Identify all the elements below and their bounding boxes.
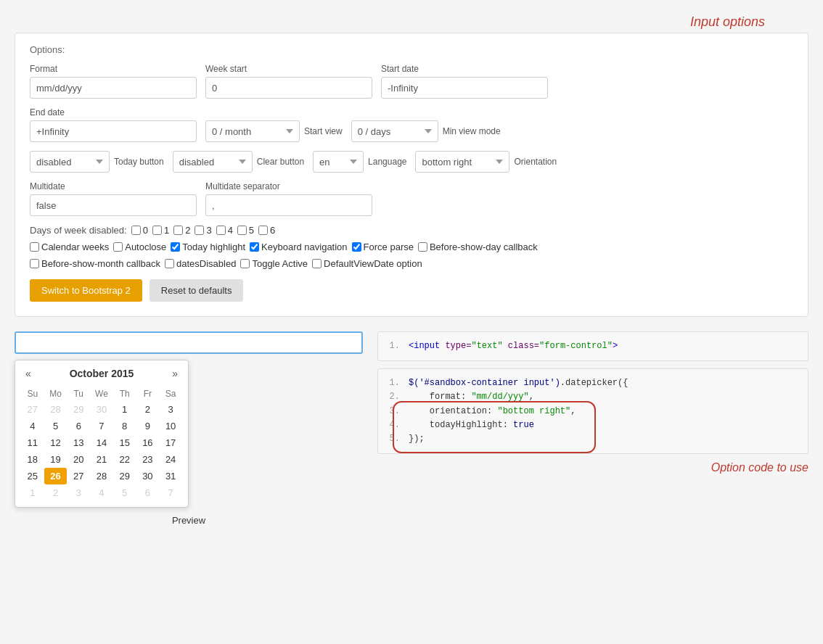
calendar-day[interactable]: 30 <box>136 468 160 484</box>
calendar-day[interactable]: 22 <box>113 451 136 468</box>
day-4-checkbox[interactable] <box>216 226 226 235</box>
calendar-day[interactable]: 10 <box>159 418 182 434</box>
today-highlight-group: Today highlight <box>171 242 245 252</box>
multidate-input[interactable] <box>30 194 197 216</box>
language-select[interactable]: en fr de es <box>313 151 364 173</box>
calendar-day[interactable]: 16 <box>136 434 160 451</box>
day-2-group: 2 <box>173 225 190 236</box>
end-date-label: End date <box>30 107 197 117</box>
calendar-day[interactable]: 17 <box>159 434 182 451</box>
calendar-day[interactable]: 25 <box>21 468 44 484</box>
force-parse-checkbox[interactable] <box>352 242 361 252</box>
clear-button-select[interactable]: disabled enabled <box>173 151 253 173</box>
toggle-active-group: Toggle Active <box>240 258 308 269</box>
calendar-day[interactable]: 7 <box>90 418 113 434</box>
preview-input[interactable] <box>15 331 363 354</box>
calendar-day[interactable]: 29 <box>67 401 90 418</box>
week-start-input[interactable] <box>205 77 372 99</box>
today-highlight-checkbox[interactable] <box>171 242 180 252</box>
calendar-day[interactable]: 15 <box>113 434 136 451</box>
toggle-active-checkbox[interactable] <box>240 259 250 268</box>
calendar-day[interactable]: 21 <box>90 451 113 468</box>
calendar-day[interactable]: 4 <box>21 418 44 434</box>
prev-month-button[interactable]: « <box>21 366 36 381</box>
min-view-mode-label: Min view mode <box>443 126 501 136</box>
calendar-day[interactable]: 1 <box>21 484 44 501</box>
day-4-label: 4 <box>228 225 233 236</box>
calendar-day[interactable]: 7 <box>159 484 182 501</box>
min-view-mode-select[interactable]: 0 / days 1 / months 2 / years <box>351 120 438 142</box>
html-code-block: 1. <input type="text" class="form-contro… <box>377 331 808 361</box>
calendar-day[interactable]: 28 <box>44 401 67 418</box>
calendar-day[interactable]: 31 <box>159 468 182 484</box>
before-show-day-checkbox[interactable] <box>418 242 427 252</box>
dates-disabled-checkbox[interactable] <box>165 259 174 268</box>
calendar-day[interactable]: 6 <box>67 418 90 434</box>
calendar-day[interactable]: 30 <box>90 401 113 418</box>
calendar-day[interactable]: 27 <box>21 401 44 418</box>
calendar-day[interactable]: 24 <box>159 451 182 468</box>
js-line-3: 3. orientation: "bottom right", <box>388 405 798 418</box>
calendar-day[interactable]: 14 <box>90 434 113 451</box>
multidate-separator-input[interactable] <box>205 194 372 216</box>
calendar-day[interactable]: 28 <box>90 468 113 484</box>
weekday-th: Th <box>113 387 136 401</box>
calendar-day[interactable]: 20 <box>67 451 90 468</box>
before-show-month-label: Before-show-month callback <box>41 258 160 269</box>
calendar-day[interactable]: 5 <box>113 484 136 501</box>
format-input[interactable] <box>30 77 197 99</box>
calendar-day[interactable]: 3 <box>67 484 90 501</box>
datepicker-calendar: « October 2015 » Su Mo Tu We Th Fr Sa <box>15 360 189 508</box>
bootstrap2-button[interactable]: Switch to Bootstrap 2 <box>30 279 142 302</box>
day-1-label: 1 <box>164 225 169 236</box>
bottom-section: « October 2015 » Su Mo Tu We Th Fr Sa <box>15 331 808 526</box>
day-0-checkbox[interactable] <box>131 226 141 235</box>
keyboard-nav-checkbox[interactable] <box>250 242 259 252</box>
js-line-1: 1. $('#sandbox-container input').datepic… <box>388 376 798 390</box>
day-5-checkbox[interactable] <box>237 226 247 235</box>
js-line-2: 2. format: "mm/dd/yyy", <box>388 390 798 404</box>
js-content-4: todayHighlight: true <box>409 418 534 432</box>
day-6-checkbox[interactable] <box>258 226 268 235</box>
reset-button[interactable]: Reset to defaults <box>150 279 244 302</box>
calendar-weeks-checkbox[interactable] <box>30 242 39 252</box>
start-view-select[interactable]: 0 / month 1 / days 2 / years <box>205 120 300 142</box>
calendar-day[interactable]: 5 <box>44 418 67 434</box>
calendar-day[interactable]: 13 <box>67 434 90 451</box>
autoclose-checkbox[interactable] <box>113 242 123 252</box>
calendar-day[interactable]: 27 <box>67 468 90 484</box>
default-view-date-checkbox[interactable] <box>312 259 322 268</box>
next-month-button[interactable]: » <box>168 366 182 381</box>
calendar-day[interactable]: 26 <box>44 468 67 484</box>
day-3-group: 3 <box>195 225 211 236</box>
today-button-select[interactable]: disabled linked unlinked <box>30 151 110 173</box>
start-date-label: Start date <box>381 64 548 74</box>
calendar-day[interactable]: 6 <box>136 484 160 501</box>
calendar-day[interactable]: 2 <box>44 484 67 501</box>
js-val-orientation: "bottom right" <box>497 406 570 416</box>
calendar-day[interactable]: 29 <box>113 468 136 484</box>
calendar-day[interactable]: 11 <box>21 434 44 451</box>
calendar-day[interactable]: 8 <box>113 418 136 434</box>
calendar-day[interactable]: 9 <box>136 418 160 434</box>
end-date-input[interactable] <box>30 120 197 142</box>
calendar-day[interactable]: 3 <box>159 401 182 418</box>
options-row-2: End date 0 / month 1 / days 2 / years St… <box>30 107 793 142</box>
calendar-day[interactable]: 19 <box>44 451 67 468</box>
day-1-checkbox[interactable] <box>152 226 162 235</box>
js-content-3: orientation: "bottom right", <box>409 405 576 418</box>
calendar-day[interactable]: 18 <box>21 451 44 468</box>
calendar-day[interactable]: 23 <box>136 451 160 468</box>
before-show-month-checkbox[interactable] <box>30 259 39 268</box>
calendar-day[interactable]: 1 <box>113 401 136 418</box>
calendar-header: « October 2015 » <box>21 366 182 381</box>
orientation-select[interactable]: bottom right bottom left top right top l… <box>415 151 509 173</box>
calendar-day[interactable]: 2 <box>136 401 160 418</box>
start-date-input[interactable] <box>381 77 548 99</box>
calendar-day[interactable]: 12 <box>44 434 67 451</box>
day-2-checkbox[interactable] <box>173 226 183 235</box>
day-3-checkbox[interactable] <box>195 226 204 235</box>
multidate-separator-label: Multidate separator <box>205 181 372 191</box>
calendar-day[interactable]: 4 <box>90 484 113 501</box>
js-key-format: format: <box>430 392 472 402</box>
